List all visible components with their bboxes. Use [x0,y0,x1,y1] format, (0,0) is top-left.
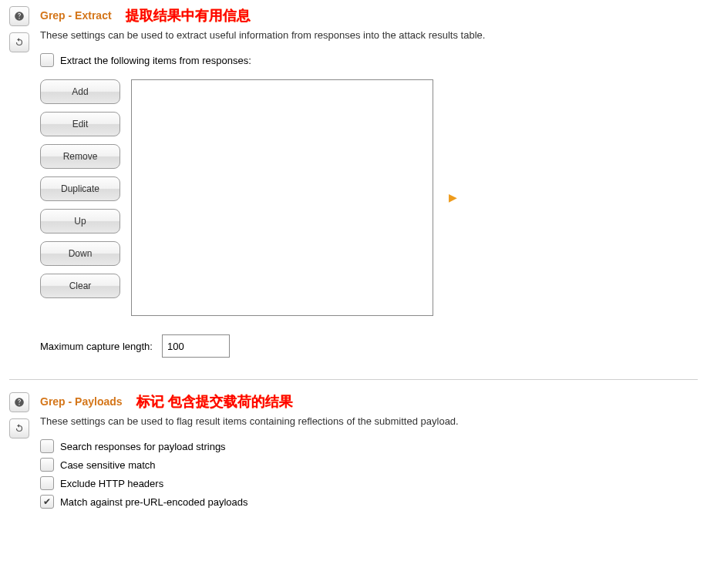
payloads-annotation: 标记 包含提交载荷的结果 [136,392,293,411]
extract-items-label: Extract the following items from respons… [60,55,251,66]
duplicate-button[interactable]: Duplicate [40,176,120,201]
play-arrow-icon: ▶ [449,191,457,203]
reset-icon[interactable] [9,32,29,52]
extract-title: Grep - Extract [40,9,112,22]
clear-button[interactable]: Clear [40,274,120,298]
add-button[interactable]: Add [40,79,120,104]
extract-annotation: 提取结果中有用信息 [126,6,251,25]
payloads-title: Grep - Payloads [40,395,123,408]
down-button[interactable]: Down [40,241,120,266]
remove-button[interactable]: Remove [40,144,120,169]
match-pre-url-checkbox[interactable] [40,495,54,509]
grep-extract-section: Grep - Extract 提取结果中有用信息 These settings … [0,0,707,373]
edit-button[interactable]: Edit [40,112,120,136]
case-sensitive-label: Case sensitive match [60,459,156,471]
max-capture-input[interactable] [162,334,230,358]
case-sensitive-checkbox[interactable] [40,458,54,472]
help-icon[interactable] [9,6,29,26]
help-icon[interactable] [9,392,29,412]
max-capture-label: Maximum capture length: [40,341,153,352]
exclude-headers-label: Exclude HTTP headers [60,478,163,489]
search-responses-checkbox[interactable] [40,439,54,453]
search-responses-label: Search responses for payload strings [60,441,226,452]
extract-items-checkbox[interactable] [40,53,54,67]
grep-payloads-section: Grep - Payloads 标记 包含提交载荷的结果 These setti… [0,386,707,529]
section-divider [9,379,698,380]
payloads-desc: These settings can be used to flag resul… [40,415,698,427]
extract-items-listbox[interactable] [131,79,433,316]
match-pre-url-label: Match against pre-URL-encoded payloads [60,496,248,508]
up-button[interactable]: Up [40,209,120,234]
reset-icon[interactable] [9,418,29,438]
exclude-headers-checkbox[interactable] [40,476,54,490]
extract-desc: These settings can be used to extract us… [40,29,698,41]
